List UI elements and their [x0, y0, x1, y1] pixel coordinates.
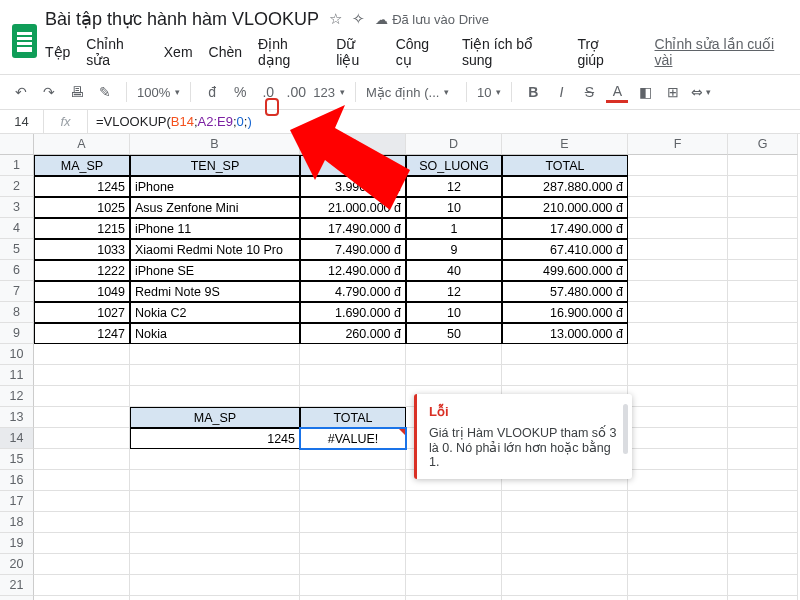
format-currency[interactable]: đ [201, 81, 223, 103]
undo-icon[interactable]: ↶ [10, 81, 32, 103]
redo-icon[interactable]: ↷ [38, 81, 60, 103]
saved-status: Đã lưu vào Drive [392, 12, 489, 27]
fx-icon: fx [44, 110, 88, 133]
menu-view[interactable]: Xem [164, 44, 193, 60]
table-header[interactable]: MA_SP [34, 155, 130, 176]
fill-color-icon[interactable]: ◧ [634, 81, 656, 103]
merge-icon[interactable]: ⇔ [690, 81, 712, 103]
menu-tools[interactable]: Công cụ [396, 36, 446, 68]
sheets-logo-icon[interactable] [12, 24, 37, 58]
col-header[interactable]: A [34, 134, 130, 155]
row-header[interactable]: 4 [0, 218, 34, 239]
row-header[interactable]: 14 [0, 428, 34, 449]
select-all-corner[interactable] [0, 134, 34, 155]
cell[interactable]: iPhone [130, 176, 300, 197]
name-box[interactable]: 14 [0, 110, 44, 133]
menu-addons[interactable]: Tiện ích bổ sung [462, 36, 561, 68]
move-icon[interactable]: ✧ [352, 10, 365, 28]
lookup-header[interactable]: TOTAL [300, 407, 406, 428]
decrease-decimal[interactable]: .0 [257, 81, 279, 103]
last-edit-link[interactable]: Chỉnh sửa lần cuối vài [655, 36, 788, 68]
row-header[interactable]: 1 [0, 155, 34, 176]
table-header[interactable]: TEN_SP [130, 155, 300, 176]
doc-title[interactable]: Bài tập thực hành hàm VLOOKUP [45, 8, 319, 30]
error-tooltip: Lỗi Giá trị Hàm VLOOKUP tham số 3 là 0. … [414, 394, 632, 479]
table-header[interactable]: TOTAL [502, 155, 628, 176]
row-header[interactable]: 6 [0, 260, 34, 281]
col-header[interactable]: B [130, 134, 300, 155]
toolbar: ↶ ↷ 🖶 ✎ 100% đ % .0 .00 123 Mặc định (..… [0, 74, 800, 110]
menu-data[interactable]: Dữ liệu [336, 36, 379, 68]
row-header[interactable]: 12 [0, 386, 34, 407]
col-header[interactable]: D [406, 134, 502, 155]
row-header[interactable]: 3 [0, 197, 34, 218]
row-header[interactable]: 7 [0, 281, 34, 302]
menu-insert[interactable]: Chèn [209, 44, 242, 60]
strike-icon[interactable]: S [578, 81, 600, 103]
col-header[interactable]: F [628, 134, 728, 155]
star-icon[interactable]: ☆ [329, 10, 342, 28]
cloud-saved-icon: ☁ [375, 12, 388, 27]
lookup-header[interactable]: MA_SP [130, 407, 300, 428]
tooltip-body: Giá trị Hàm VLOOKUP tham số 3 là 0. Nó p… [429, 425, 620, 469]
cell[interactable]: 3.990.000 đ [300, 176, 406, 197]
italic-icon[interactable]: I [550, 81, 572, 103]
text-color-icon[interactable]: A [606, 81, 628, 103]
menu-format[interactable]: Định dạng [258, 36, 320, 68]
cell[interactable]: 287.880.000 đ [502, 176, 628, 197]
menu-help[interactable]: Trợ giúp [577, 36, 626, 68]
formula-bar[interactable]: =VLOOKUP(B14;A2:E9;0;) [88, 114, 800, 129]
cell[interactable]: 1245 [34, 176, 130, 197]
table-header[interactable]: GIA [300, 155, 406, 176]
menu-bar: Tệp Chỉnh sửa Xem Chèn Định dạng Dữ liệu… [45, 30, 788, 74]
tooltip-title: Lỗi [429, 404, 620, 419]
zoom-select[interactable]: 100% [137, 85, 180, 100]
row-header[interactable]: 13 [0, 407, 34, 428]
more-formats[interactable]: 123 [313, 85, 345, 100]
lookup-value[interactable]: 1245 [130, 428, 300, 449]
row-header[interactable]: 8 [0, 302, 34, 323]
bold-icon[interactable]: B [522, 81, 544, 103]
row-header[interactable]: 9 [0, 323, 34, 344]
col-header[interactable]: C [300, 134, 406, 155]
col-header[interactable]: E [502, 134, 628, 155]
print-icon[interactable]: 🖶 [66, 81, 88, 103]
font-select[interactable]: Mặc định (... [366, 85, 456, 100]
row-header[interactable]: 11 [0, 365, 34, 386]
row-header[interactable]: 10 [0, 344, 34, 365]
spreadsheet-grid[interactable]: A B C D E F G 1 MA_SP TEN_SP GIA SO_LUON… [0, 134, 800, 600]
menu-file[interactable]: Tệp [45, 44, 70, 60]
format-percent[interactable]: % [229, 81, 251, 103]
row-header[interactable]: 5 [0, 239, 34, 260]
font-size[interactable]: 10 [477, 85, 501, 100]
col-header[interactable]: G [728, 134, 798, 155]
increase-decimal[interactable]: .00 [285, 81, 307, 103]
menu-edit[interactable]: Chỉnh sửa [86, 36, 147, 68]
paint-format-icon[interactable]: ✎ [94, 81, 116, 103]
error-cell[interactable]: #VALUE! [300, 428, 406, 449]
tooltip-scrollbar[interactable] [623, 404, 628, 454]
cell[interactable]: 12 [406, 176, 502, 197]
borders-icon[interactable]: ⊞ [662, 81, 684, 103]
table-header[interactable]: SO_LUONG [406, 155, 502, 176]
row-header[interactable]: 2 [0, 176, 34, 197]
